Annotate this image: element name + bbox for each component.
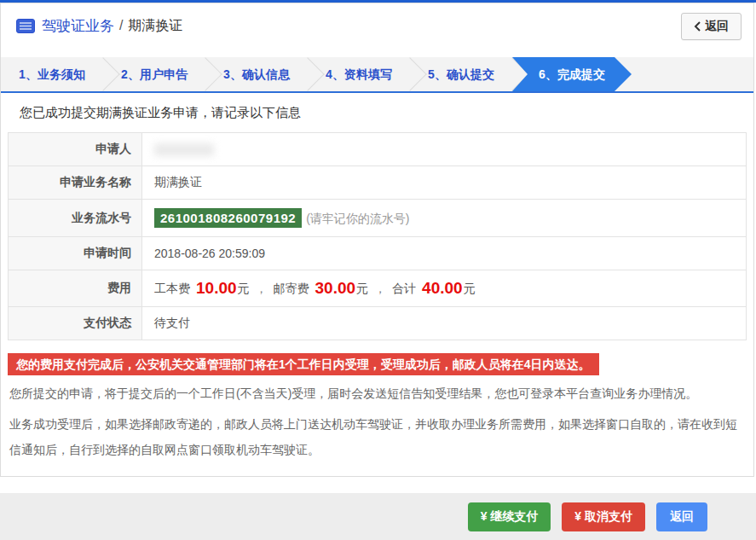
breadcrumb-separator: / <box>119 18 123 33</box>
content-panel: 驾驶证业务 / 期满换证 返回 1、业务须知 2、用户申告 3、确认信息 4、资… <box>0 3 754 477</box>
fee-amount-postage: 30.00 <box>315 279 356 297</box>
breadcrumb-current: 期满换证 <box>128 17 182 35</box>
page: 驾驶证业务 / 期满换证 返回 1、业务须知 2、用户申告 3、确认信息 4、资… <box>0 0 756 540</box>
step-bar-filler <box>632 57 753 91</box>
business-name-value: 期满换证 <box>142 166 747 200</box>
step-indicator: 1、业务须知 2、用户申告 3、确认信息 4、资料填写 5、确认提交 6、完成提… <box>1 57 753 93</box>
apply-time-value: 2018-08-26 20:59:09 <box>142 237 747 270</box>
chevron-left-icon <box>694 21 701 32</box>
step-1-business-notice: 1、业务须知 <box>1 57 103 91</box>
pay-status-value: 待支付 <box>142 307 747 340</box>
fee-value: 工本费10.00元，邮寄费30.00元，合计40.00元 <box>142 270 747 307</box>
return-button[interactable]: 返回 <box>656 502 707 531</box>
table-row: 业务流水号 261001808260079192(请牢记你的流水号) <box>9 200 747 237</box>
success-message: 您已成功提交期满换证业务申请，请记录以下信息 <box>20 105 747 121</box>
pay-status-label: 支付状态 <box>9 307 142 340</box>
back-button[interactable]: 返回 <box>681 13 742 40</box>
table-row: 费用 工本费10.00元，邮寄费30.00元，合计40.00元 <box>9 270 747 307</box>
table-row: 申请时间 2018-08-26 20:59:09 <box>9 237 747 270</box>
business-name-label: 申请业务名称 <box>9 166 142 200</box>
step-5-confirm-submit: 5、确认提交 <box>410 57 512 91</box>
applicant-label: 申请人 <box>9 133 142 166</box>
breadcrumb-section-link[interactable]: 驾驶证业务 <box>42 16 114 36</box>
serial-label: 业务流水号 <box>9 200 142 237</box>
applicant-name-redacted <box>154 143 214 156</box>
continue-payment-button[interactable]: ¥ 继续支付 <box>468 502 551 531</box>
main-content: 您已成功提交期满换证业务申请，请记录以下信息 申请人 申请业务名称 期满换证 业… <box>1 93 753 477</box>
step-6-complete-submit: 6、完成提交 <box>512 57 632 91</box>
back-button-label: 返回 <box>705 19 729 34</box>
fee-amount-total: 40.00 <box>422 279 463 297</box>
page-header: 驾驶证业务 / 期满换证 返回 <box>1 3 753 48</box>
step-4-fill-data: 4、资料填写 <box>308 57 410 91</box>
step-3-confirm-info: 3、确认信息 <box>205 57 308 91</box>
step-2-user-declaration: 2、用户申告 <box>103 57 205 91</box>
footer-action-bar: ¥ 继续支付 ¥ 取消支付 返回 <box>0 493 756 540</box>
table-row: 支付状态 待支付 <box>9 307 747 340</box>
serial-number-badge: 261001808260079192 <box>154 208 302 228</box>
warning-banner: 您的费用支付完成后，公安机关交通管理部门将在1个工作日内受理，受理成功后，邮政人… <box>8 353 599 375</box>
list-icon <box>16 19 35 33</box>
application-info-table: 申请人 申请业务名称 期满换证 业务流水号 261001808260079192… <box>8 132 747 340</box>
fee-amount-production: 10.00 <box>196 279 237 297</box>
table-row: 申请人 <box>9 133 747 166</box>
table-row: 申请业务名称 期满换证 <box>9 166 747 200</box>
cancel-payment-button[interactable]: ¥ 取消支付 <box>562 502 645 531</box>
notice-paragraph: 业务成功受理后，如果选择邮政寄递的，邮政人员将上门送达机动车驾驶证，并收取办理业… <box>9 411 745 462</box>
serial-hint: (请牢记你的流水号) <box>306 212 409 225</box>
notice-paragraph: 您所提交的申请，将于提交后的一个工作日(不含当天)受理，届时会发送短信告知受理结… <box>9 380 745 406</box>
apply-time-label: 申请时间 <box>9 237 142 270</box>
fee-label: 费用 <box>9 270 142 307</box>
